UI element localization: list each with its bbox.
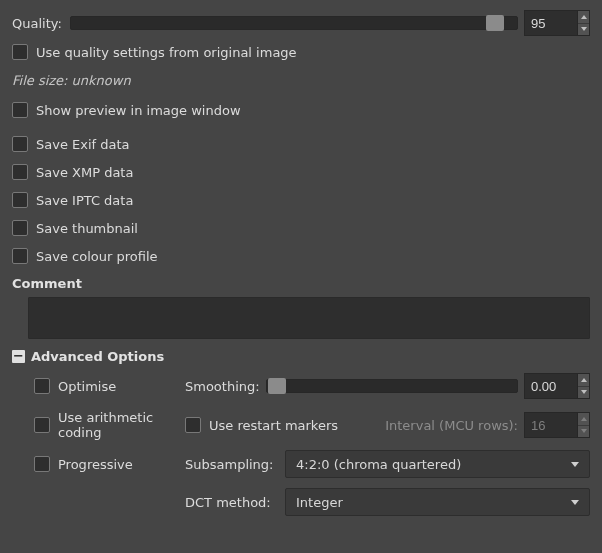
save-iptc-checkbox[interactable] <box>12 192 28 208</box>
interval-input[interactable] <box>524 412 577 438</box>
save-thumbnail-label: Save thumbnail <box>36 221 138 236</box>
smoothing-spin-down[interactable] <box>578 387 589 399</box>
save-xmp-checkbox[interactable] <box>12 164 28 180</box>
smoothing-spin <box>524 373 590 399</box>
save-colour-profile-checkbox[interactable] <box>12 248 28 264</box>
restart-checkbox[interactable] <box>185 417 201 433</box>
arithmetic-checkbox[interactable] <box>34 417 50 433</box>
interval-spin-down[interactable] <box>578 426 589 438</box>
save-exif-label: Save Exif data <box>36 137 130 152</box>
comment-textarea[interactable] <box>28 297 590 339</box>
advanced-heading: Advanced Options <box>31 349 164 364</box>
use-original-quality-checkbox[interactable] <box>12 44 28 60</box>
interval-label: Interval (MCU rows): <box>385 418 518 433</box>
collapse-icon: − <box>12 350 25 363</box>
arithmetic-label: Use arithmetic coding <box>58 410 185 440</box>
dct-select[interactable]: Integer <box>285 488 590 516</box>
save-xmp-label: Save XMP data <box>36 165 133 180</box>
smoothing-slider[interactable] <box>266 379 518 393</box>
quality-slider[interactable] <box>70 16 518 30</box>
advanced-expander[interactable]: − Advanced Options <box>12 349 590 364</box>
show-preview-checkbox[interactable] <box>12 102 28 118</box>
chevron-down-icon <box>581 429 587 433</box>
subsampling-select[interactable]: 4:2:0 (chroma quartered) <box>285 450 590 478</box>
smoothing-label: Smoothing: <box>185 379 260 394</box>
quality-slider-thumb[interactable] <box>486 15 504 31</box>
quality-label: Quality: <box>12 16 62 31</box>
use-original-quality-label: Use quality settings from original image <box>36 45 297 60</box>
subsampling-value: 4:2:0 (chroma quartered) <box>296 457 461 472</box>
save-colour-profile-label: Save colour profile <box>36 249 158 264</box>
chevron-up-icon <box>581 417 587 421</box>
interval-spin <box>524 412 590 438</box>
show-preview-label: Show preview in image window <box>36 103 241 118</box>
progressive-checkbox[interactable] <box>34 456 50 472</box>
quality-spin-up[interactable] <box>578 11 589 24</box>
save-iptc-label: Save IPTC data <box>36 193 133 208</box>
show-preview-row: Show preview in image window <box>12 98 590 122</box>
chevron-up-icon <box>581 15 587 19</box>
smoothing-spin-up[interactable] <box>578 374 589 387</box>
file-size-text: File size: unknown <box>12 73 131 88</box>
smoothing-slider-thumb[interactable] <box>268 378 286 394</box>
interval-spin-up[interactable] <box>578 413 589 426</box>
dct-value: Integer <box>296 495 343 510</box>
quality-spin-down[interactable] <box>578 24 589 36</box>
progressive-label: Progressive <box>58 457 133 472</box>
chevron-down-icon <box>571 462 579 467</box>
save-thumbnail-checkbox[interactable] <box>12 220 28 236</box>
chevron-down-icon <box>571 500 579 505</box>
save-exif-checkbox[interactable] <box>12 136 28 152</box>
optimise-checkbox[interactable] <box>34 378 50 394</box>
quality-spin <box>524 10 590 36</box>
comment-heading: Comment <box>12 276 590 291</box>
restart-label: Use restart markers <box>209 418 338 433</box>
quality-input[interactable] <box>524 10 577 36</box>
chevron-down-icon <box>581 390 587 394</box>
chevron-down-icon <box>581 27 587 31</box>
subsampling-label: Subsampling: <box>185 457 285 472</box>
smoothing-input[interactable] <box>524 373 577 399</box>
dct-label: DCT method: <box>185 495 285 510</box>
use-original-quality-row: Use quality settings from original image <box>12 40 590 64</box>
quality-row: Quality: <box>12 10 590 36</box>
optimise-label: Optimise <box>58 379 116 394</box>
chevron-up-icon <box>581 378 587 382</box>
